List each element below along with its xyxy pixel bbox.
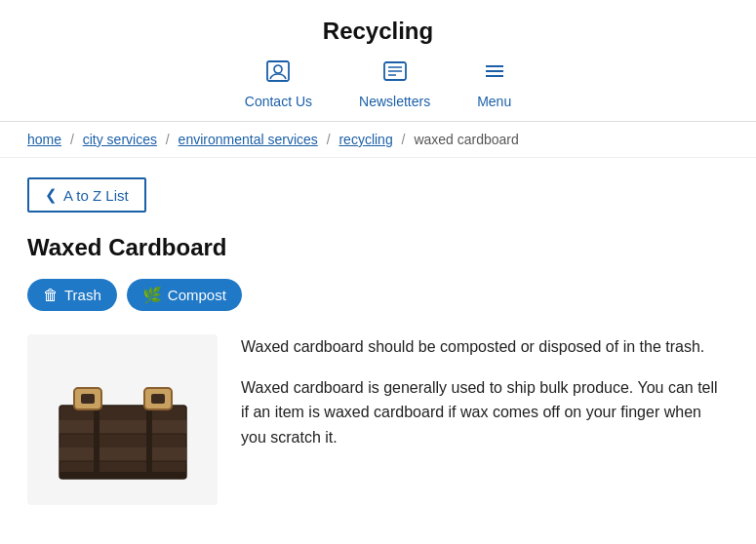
breadcrumb-home[interactable]: home bbox=[27, 132, 61, 147]
breadcrumb-city-services[interactable]: city services bbox=[83, 132, 157, 147]
breadcrumb-current: waxed cardboard bbox=[414, 132, 518, 147]
svg-rect-15 bbox=[81, 394, 95, 404]
svg-rect-13 bbox=[146, 406, 152, 479]
contact-icon bbox=[265, 58, 291, 90]
trash-icon: 🗑 bbox=[43, 287, 59, 304]
breadcrumb-environmental-services[interactable]: environmental services bbox=[179, 132, 318, 147]
newsletters-icon bbox=[382, 58, 408, 90]
badge-trash-label: Trash bbox=[64, 287, 101, 303]
compost-icon: 🌿 bbox=[142, 286, 162, 304]
site-title: Recycling bbox=[0, 18, 756, 45]
svg-rect-11 bbox=[60, 447, 186, 461]
nav-contact-us[interactable]: Contact Us bbox=[245, 58, 312, 109]
badge-compost: 🌿 Compost bbox=[127, 279, 242, 311]
atoz-button-label: A to Z List bbox=[63, 187, 129, 204]
nav-menu-label: Menu bbox=[477, 94, 511, 109]
item-image bbox=[27, 334, 218, 505]
svg-rect-17 bbox=[151, 394, 165, 404]
breadcrumb-recycling[interactable]: recycling bbox=[338, 132, 392, 147]
chevron-left-icon: ❮ bbox=[45, 186, 58, 204]
page-title: Waxed Cardboard bbox=[27, 234, 729, 261]
item-description: Waxed cardboard should be composted or d… bbox=[241, 334, 729, 449]
svg-point-1 bbox=[274, 65, 282, 73]
breadcrumb: home / city services / environmental ser… bbox=[0, 122, 756, 158]
badge-trash: 🗑 Trash bbox=[27, 279, 117, 311]
description-paragraph-2: Waxed cardboard is generally used to shi… bbox=[241, 375, 729, 450]
site-header: Recycling Contact Us bbox=[0, 0, 756, 122]
nav-contact-us-label: Contact Us bbox=[245, 94, 312, 109]
category-badges: 🗑 Trash 🌿 Compost bbox=[27, 279, 729, 311]
svg-rect-10 bbox=[60, 420, 186, 434]
nav-newsletters-label: Newsletters bbox=[359, 94, 430, 109]
badge-compost-label: Compost bbox=[168, 287, 226, 303]
svg-rect-9 bbox=[60, 406, 186, 479]
nav-menu[interactable]: Menu bbox=[477, 58, 511, 109]
svg-rect-12 bbox=[94, 406, 99, 479]
atoz-button[interactable]: ❮ A to Z List bbox=[27, 177, 146, 213]
svg-rect-18 bbox=[60, 472, 186, 479]
nav-newsletters[interactable]: Newsletters bbox=[359, 58, 430, 109]
menu-icon bbox=[482, 58, 507, 90]
main-content: ❮ A to Z List Waxed Cardboard 🗑 Trash 🌿 … bbox=[0, 158, 756, 544]
main-nav: Contact Us Newsletters bbox=[0, 58, 756, 121]
description-paragraph-1: Waxed cardboard should be composted or d… bbox=[241, 334, 729, 360]
content-area: Waxed cardboard should be composted or d… bbox=[27, 334, 729, 505]
